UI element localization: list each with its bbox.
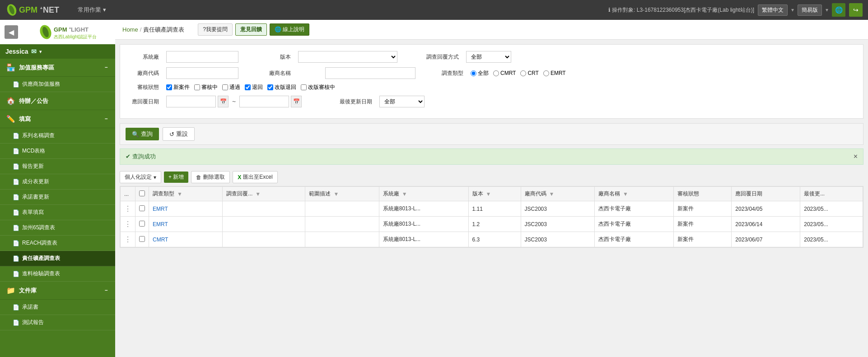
sidebar-item-reach-survey[interactable]: 📄 REACH調查表 (0, 236, 115, 251)
filter-version-icon[interactable]: ▼ (486, 191, 491, 197)
row-select-checkbox[interactable] (139, 205, 145, 211)
excel-btn[interactable]: X 匯出至Excel (233, 171, 277, 183)
table-toolbar: 個人化設定 ▾ + 新增 🗑 刪除選取 X 匯出至Excel (120, 168, 863, 186)
vendor-code-input[interactable] (166, 67, 238, 79)
row-select-checkbox[interactable] (139, 221, 145, 227)
radio-cmrt[interactable] (493, 70, 499, 76)
last-update-select[interactable]: 全部 (379, 96, 425, 107)
radio-all-label[interactable]: 全部 (471, 70, 489, 77)
sidebar-item-report-update[interactable]: 📄 報告更新 (0, 159, 115, 174)
radio-crt[interactable] (520, 70, 526, 76)
lang-trad-chinese-btn[interactable]: 繁體中文 (758, 5, 788, 16)
ingredient-update-icon: 📄 (13, 179, 19, 185)
sidebar-item-supplier-value[interactable]: 📄 供應商加值服務 (0, 77, 115, 92)
row-query-type-link[interactable]: CMRT (153, 236, 168, 243)
cb-returned-label[interactable]: 退回 (245, 83, 263, 91)
sidebar-item-responsibility-survey[interactable]: 📄 責任礦產調查表 (0, 251, 115, 266)
help-btn[interactable]: ?我要提問 (198, 23, 233, 36)
row-checkbox (135, 201, 149, 217)
cb-passed[interactable] (222, 84, 228, 90)
feedback-btn[interactable]: 意見回饋 (235, 23, 267, 36)
sidebar-item-series-survey[interactable]: 📄 系列名稱調查 (0, 128, 115, 144)
cb-revision-returned-label[interactable]: 改版退回 (267, 83, 296, 91)
success-close-btn[interactable]: × (854, 153, 858, 161)
row-query-type-link[interactable]: EMRT (153, 221, 168, 227)
promise-update-label: 承諾書更新 (22, 193, 49, 201)
cb-reviewing[interactable] (194, 84, 200, 90)
radio-emrt[interactable] (543, 70, 549, 76)
sidebar-item-ingredient-update[interactable]: 📄 成分表更新 (0, 174, 115, 190)
sidebar-item-test-report[interactable]: 📄 測試報告 (0, 315, 115, 330)
cb-returned[interactable] (245, 84, 251, 90)
logout-icon-btn[interactable]: ↪ (849, 3, 863, 17)
sidebar-item-form-fill[interactable]: 📄 表單填寫 (0, 205, 115, 220)
add-btn[interactable]: + 新增 (164, 172, 188, 183)
reply-date-to[interactable] (239, 96, 289, 107)
reset-icon: ↺ (169, 131, 174, 138)
reply-date-to-calendar-btn[interactable]: 📅 (291, 96, 302, 107)
online-help-btn[interactable]: 🌐 線上說明 (270, 23, 309, 36)
version-select[interactable] (298, 51, 397, 63)
cb-new[interactable] (166, 84, 172, 90)
breadcrumb-home[interactable]: Home (122, 26, 138, 33)
cb-revision-reviewing-label[interactable]: 改版審核中 (301, 83, 335, 91)
row-last-update: 2023/05... (800, 232, 863, 247)
form-row-2: 廠商代碼 廠商名稱 調查類型 全部 CMRT CR (127, 67, 856, 79)
cb-passed-label[interactable]: 通過 (222, 83, 240, 91)
personalize-arrow: ▾ (154, 174, 156, 181)
filter-vendor-name-icon[interactable]: ▼ (623, 191, 628, 197)
reply-date-range: 📅 ~ 📅 (166, 96, 302, 107)
cb-revision-reviewing[interactable] (301, 84, 307, 90)
reset-btn[interactable]: ↺ 重設 (163, 127, 195, 141)
row-range-desc (305, 217, 379, 232)
select-all-checkbox[interactable] (139, 190, 145, 196)
query-return-method-select[interactable]: 全部 (466, 51, 511, 63)
globe-icon-btn[interactable]: 🌐 (832, 3, 845, 17)
pending-label: 待辦／公告 (19, 97, 48, 105)
radio-crt-label[interactable]: CRT (520, 70, 538, 76)
system-vendor-input[interactable] (166, 51, 238, 63)
online-help-icon: 🌐 (275, 26, 281, 32)
sidebar-user: Jessica ✉ ▾ (0, 44, 115, 59)
cb-revision-returned[interactable] (267, 84, 273, 90)
row-query-type-link[interactable]: EMRT (153, 206, 168, 212)
cb-new-label[interactable]: 新案件 (166, 83, 190, 91)
sidebar-section-pending[interactable]: 🏠 待辦／公告 (0, 92, 115, 110)
delete-btn[interactable]: 🗑 刪除選取 (191, 171, 230, 183)
delete-icon: 🗑 (196, 174, 201, 181)
vendor-code-label: 廠商代碼 (127, 70, 159, 77)
main-layout: ◀ GPM ▲ LIGHT 杰西Lablight認証平台 Jessica ✉ ▾… (0, 20, 868, 357)
sidebar-section-value-added[interactable]: 🏪 加值服務專區 － (0, 59, 115, 77)
row-select-checkbox[interactable] (139, 236, 145, 242)
reply-date-from-calendar-btn[interactable]: 📅 (218, 96, 229, 107)
reply-date-from[interactable] (166, 96, 216, 107)
filter-system-vendor-icon[interactable]: ▼ (402, 191, 407, 197)
filter-query-type-icon[interactable]: ▼ (177, 191, 182, 197)
vendor-name-input[interactable] (325, 67, 415, 79)
sidebar-item-incoming-survey[interactable]: 📄 進料檢驗調查表 (0, 266, 115, 282)
action-row: 🔍 查詢 ↺ 重設 (120, 123, 863, 145)
radio-cmrt-label[interactable]: CMRT (493, 70, 516, 76)
query-btn[interactable]: 🔍 查詢 (126, 128, 159, 140)
filter-range-desc-icon[interactable]: ▼ (333, 191, 339, 197)
sidebar-back-btn[interactable]: ◀ (5, 25, 18, 39)
sidebar-section-fill[interactable]: ✏️ 填寫 － (0, 110, 115, 128)
lang-simple-btn[interactable]: 簡易版 (798, 5, 822, 16)
radio-emrt-label[interactable]: EMRT (543, 70, 566, 76)
row-query-type: CMRT (149, 232, 223, 247)
success-checkmark: ✔ (126, 153, 131, 160)
sidebar-item-mcd-form[interactable]: 📄 MCD表格 (0, 144, 115, 159)
data-table-wrap: ... 調查類型 ▼ 調查回 (120, 186, 863, 248)
user-dropdown-arrow[interactable]: ▾ (39, 49, 42, 54)
menu-item-common-operations[interactable]: 常用作業 ▾ (73, 4, 111, 16)
filter-query-return-icon[interactable]: ▼ (255, 191, 261, 197)
cb-reviewing-label[interactable]: 審核中 (194, 83, 218, 91)
sidebar-item-ca65-survey[interactable]: 📄 加州65調查表 (0, 220, 115, 236)
radio-all[interactable] (471, 70, 476, 76)
online-help-label: 線上說明 (283, 26, 304, 32)
filter-vendor-code-icon[interactable]: ▼ (549, 191, 555, 197)
sidebar-item-promise-update[interactable]: 📄 承諾書更新 (0, 190, 115, 205)
personalize-btn[interactable]: 個人化設定 ▾ (120, 171, 161, 183)
sidebar-item-promise-book[interactable]: 📄 承諾書 (0, 300, 115, 315)
sidebar-section-library[interactable]: 📁 文件庫 － (0, 282, 115, 300)
